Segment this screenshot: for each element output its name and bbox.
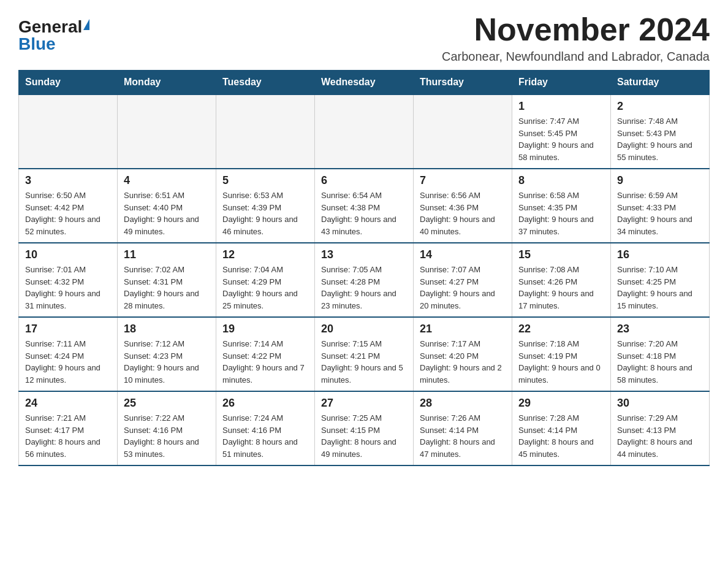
calendar-cell: 17Sunrise: 7:11 AMSunset: 4:24 PMDayligh…	[19, 317, 118, 391]
day-number: 21	[420, 323, 506, 335]
calendar-cell: 5Sunrise: 6:53 AMSunset: 4:39 PMDaylight…	[216, 169, 315, 243]
day-info: Sunrise: 7:24 AMSunset: 4:16 PMDaylight:…	[222, 413, 298, 459]
day-info: Sunrise: 7:04 AMSunset: 4:29 PMDaylight:…	[222, 265, 298, 310]
calendar-cell: 22Sunrise: 7:18 AMSunset: 4:19 PMDayligh…	[512, 317, 611, 391]
day-info: Sunrise: 7:26 AMSunset: 4:14 PMDaylight:…	[420, 413, 495, 459]
day-info: Sunrise: 7:25 AMSunset: 4:15 PMDaylight:…	[321, 413, 396, 459]
calendar-title: November 2024	[442, 12, 710, 47]
day-number: 10	[25, 248, 111, 261]
day-number: 7	[420, 174, 506, 187]
calendar-cell: 11Sunrise: 7:02 AMSunset: 4:31 PMDayligh…	[118, 243, 216, 317]
day-number: 26	[222, 397, 308, 410]
calendar-cell: 12Sunrise: 7:04 AMSunset: 4:29 PMDayligh…	[216, 243, 315, 317]
calendar-cell: 28Sunrise: 7:26 AMSunset: 4:14 PMDayligh…	[414, 391, 512, 465]
calendar-cell: 10Sunrise: 7:01 AMSunset: 4:32 PMDayligh…	[19, 243, 118, 317]
calendar-cell: 9Sunrise: 6:59 AMSunset: 4:33 PMDaylight…	[611, 169, 710, 243]
day-info: Sunrise: 7:28 AMSunset: 4:14 PMDaylight:…	[518, 413, 594, 459]
week-row-2: 3Sunrise: 6:50 AMSunset: 4:42 PMDaylight…	[19, 169, 710, 243]
day-number: 2	[617, 100, 703, 113]
week-row-3: 10Sunrise: 7:01 AMSunset: 4:32 PMDayligh…	[19, 243, 710, 317]
calendar-cell: 25Sunrise: 7:22 AMSunset: 4:16 PMDayligh…	[118, 391, 216, 465]
day-number: 19	[222, 323, 308, 335]
logo: General Blue	[18, 18, 89, 53]
day-number: 18	[124, 323, 210, 335]
calendar-cell	[216, 94, 315, 169]
day-info: Sunrise: 7:08 AMSunset: 4:26 PMDaylight:…	[518, 265, 594, 310]
calendar-subtitle: Carbonear, Newfoundland and Labrador, Ca…	[442, 50, 710, 64]
logo-triangle-icon	[83, 19, 89, 30]
calendar-cell: 8Sunrise: 6:58 AMSunset: 4:35 PMDaylight…	[512, 169, 611, 243]
calendar-cell: 27Sunrise: 7:25 AMSunset: 4:15 PMDayligh…	[315, 391, 414, 465]
calendar-cell: 30Sunrise: 7:29 AMSunset: 4:13 PMDayligh…	[611, 391, 710, 465]
calendar-cell: 4Sunrise: 6:51 AMSunset: 4:40 PMDaylight…	[118, 169, 216, 243]
day-info: Sunrise: 7:47 AMSunset: 5:45 PMDaylight:…	[518, 117, 594, 162]
day-number: 22	[518, 323, 604, 335]
calendar-cell: 2Sunrise: 7:48 AMSunset: 5:43 PMDaylight…	[611, 94, 710, 169]
day-number: 30	[617, 397, 703, 410]
logo-general: General	[18, 18, 82, 36]
column-header-saturday: Saturday	[611, 71, 710, 95]
day-info: Sunrise: 6:51 AMSunset: 4:40 PMDaylight:…	[124, 191, 199, 236]
day-info: Sunrise: 7:21 AMSunset: 4:17 PMDaylight:…	[25, 413, 100, 459]
day-info: Sunrise: 7:17 AMSunset: 4:20 PMDaylight:…	[420, 339, 502, 385]
day-number: 14	[420, 248, 506, 261]
day-number: 24	[25, 397, 111, 410]
day-number: 17	[25, 323, 111, 335]
day-number: 9	[617, 174, 703, 187]
day-info: Sunrise: 6:50 AMSunset: 4:42 PMDaylight:…	[25, 191, 100, 236]
day-info: Sunrise: 6:59 AMSunset: 4:33 PMDaylight:…	[617, 191, 692, 236]
calendar-cell: 19Sunrise: 7:14 AMSunset: 4:22 PMDayligh…	[216, 317, 315, 391]
calendar-cell	[414, 94, 512, 169]
day-number: 4	[124, 174, 210, 187]
week-row-4: 17Sunrise: 7:11 AMSunset: 4:24 PMDayligh…	[19, 317, 710, 391]
logo-blue: Blue	[18, 36, 56, 53]
day-info: Sunrise: 6:56 AMSunset: 4:36 PMDaylight:…	[420, 191, 495, 236]
day-number: 20	[321, 323, 407, 335]
calendar-cell: 18Sunrise: 7:12 AMSunset: 4:23 PMDayligh…	[118, 317, 216, 391]
column-header-tuesday: Tuesday	[216, 71, 315, 95]
calendar-cell: 13Sunrise: 7:05 AMSunset: 4:28 PMDayligh…	[315, 243, 414, 317]
calendar-table: SundayMondayTuesdayWednesdayThursdayFrid…	[18, 70, 710, 466]
calendar-cell	[315, 94, 414, 169]
day-info: Sunrise: 7:05 AMSunset: 4:28 PMDaylight:…	[321, 265, 396, 310]
header: General Blue November 2024 Carbonear, Ne…	[18, 12, 710, 64]
day-number: 15	[518, 248, 604, 261]
calendar-cell	[19, 94, 118, 169]
title-block: November 2024 Carbonear, Newfoundland an…	[442, 12, 710, 64]
calendar-cell	[118, 94, 216, 169]
week-row-5: 24Sunrise: 7:21 AMSunset: 4:17 PMDayligh…	[19, 391, 710, 465]
day-number: 12	[222, 248, 308, 261]
calendar-cell: 6Sunrise: 6:54 AMSunset: 4:38 PMDaylight…	[315, 169, 414, 243]
column-header-thursday: Thursday	[414, 71, 512, 95]
calendar-cell: 16Sunrise: 7:10 AMSunset: 4:25 PMDayligh…	[611, 243, 710, 317]
calendar-cell: 14Sunrise: 7:07 AMSunset: 4:27 PMDayligh…	[414, 243, 512, 317]
week-row-1: 1Sunrise: 7:47 AMSunset: 5:45 PMDaylight…	[19, 94, 710, 169]
day-number: 8	[518, 174, 604, 187]
day-info: Sunrise: 7:14 AMSunset: 4:22 PMDaylight:…	[222, 339, 305, 385]
calendar-cell: 23Sunrise: 7:20 AMSunset: 4:18 PMDayligh…	[611, 317, 710, 391]
calendar-cell: 24Sunrise: 7:21 AMSunset: 4:17 PMDayligh…	[19, 391, 118, 465]
day-number: 25	[124, 397, 210, 410]
day-number: 13	[321, 248, 407, 261]
calendar-cell: 20Sunrise: 7:15 AMSunset: 4:21 PMDayligh…	[315, 317, 414, 391]
calendar-cell: 15Sunrise: 7:08 AMSunset: 4:26 PMDayligh…	[512, 243, 611, 317]
day-info: Sunrise: 7:07 AMSunset: 4:27 PMDaylight:…	[420, 265, 495, 310]
day-number: 29	[518, 397, 604, 410]
day-number: 1	[518, 100, 604, 113]
calendar-cell: 3Sunrise: 6:50 AMSunset: 4:42 PMDaylight…	[19, 169, 118, 243]
day-number: 23	[617, 323, 703, 335]
calendar-cell: 21Sunrise: 7:17 AMSunset: 4:20 PMDayligh…	[414, 317, 512, 391]
day-info: Sunrise: 7:22 AMSunset: 4:16 PMDaylight:…	[124, 413, 199, 459]
day-info: Sunrise: 6:53 AMSunset: 4:39 PMDaylight:…	[222, 191, 298, 236]
column-header-sunday: Sunday	[19, 71, 118, 95]
day-info: Sunrise: 6:58 AMSunset: 4:35 PMDaylight:…	[518, 191, 594, 236]
day-number: 11	[124, 248, 210, 261]
day-info: Sunrise: 7:18 AMSunset: 4:19 PMDaylight:…	[518, 339, 601, 385]
day-info: Sunrise: 7:02 AMSunset: 4:31 PMDaylight:…	[124, 265, 199, 310]
day-number: 3	[25, 174, 111, 187]
calendar-cell: 7Sunrise: 6:56 AMSunset: 4:36 PMDaylight…	[414, 169, 512, 243]
column-header-wednesday: Wednesday	[315, 71, 414, 95]
day-number: 6	[321, 174, 407, 187]
day-info: Sunrise: 7:48 AMSunset: 5:43 PMDaylight:…	[617, 117, 692, 162]
day-info: Sunrise: 7:11 AMSunset: 4:24 PMDaylight:…	[25, 339, 100, 385]
